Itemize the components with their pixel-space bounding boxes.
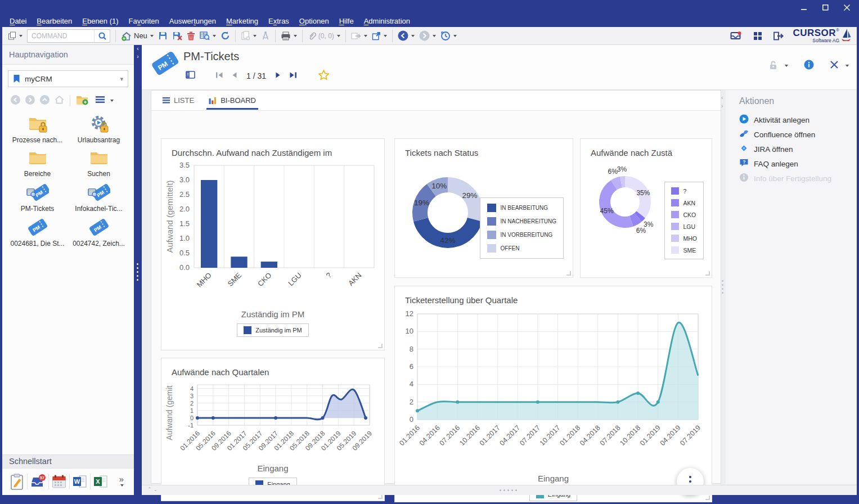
quickstart-word-button[interactable]: W	[70, 471, 90, 492]
new-folder-button[interactable]	[75, 94, 89, 107]
nav-item-bereiche[interactable]: Bereiche	[7, 148, 68, 179]
discard-changes-button[interactable]	[170, 30, 185, 42]
nav-home-button[interactable]	[54, 94, 65, 107]
nav-forward-button[interactable]	[25, 94, 35, 107]
nav-item-label: Bereiche	[24, 170, 51, 178]
tab-liste[interactable]: LISTE	[160, 91, 196, 111]
minimize-button[interactable]	[795, 1, 813, 14]
menu-item-extras[interactable]: Extras	[263, 16, 294, 26]
board-toggle-button[interactable]	[186, 71, 195, 81]
close-view-button[interactable]	[830, 60, 839, 71]
notifications-button[interactable]	[728, 30, 744, 42]
collapse-left-icon[interactable]: ‹›	[134, 45, 142, 61]
delete-button[interactable]	[185, 30, 197, 42]
svg-text:29%: 29%	[462, 191, 478, 200]
pagination-next-button[interactable]	[275, 71, 281, 81]
splitter-handle[interactable]	[500, 489, 517, 491]
quickstart-excel-button[interactable]: X	[91, 471, 111, 492]
history-button[interactable]	[438, 30, 459, 42]
legend-swatch	[487, 217, 496, 226]
nav-item-infokachel-tic[interactable]: PMInfokachel-Tic...	[68, 182, 129, 214]
nav-item-prozesse-nach[interactable]: Prozesse nach...	[7, 114, 68, 146]
command-input[interactable]	[28, 30, 94, 42]
chevron-down-icon	[19, 35, 23, 37]
quickstart-more-button[interactable]: »	[111, 471, 132, 492]
menu-item-hilfe[interactable]: Hilfe	[334, 16, 359, 26]
attachments-button[interactable]: (0, 0)	[305, 30, 343, 42]
nav-item-0024742-zeich[interactable]: PM0024742, Zeich...	[68, 217, 129, 249]
chevron-down-icon[interactable]	[845, 65, 849, 67]
legend-label: MHO	[683, 235, 698, 242]
sidebar-box: myCRM ▾ Prozesse nach...UrlaubsantragBer…	[2, 64, 134, 454]
forward-button[interactable]	[417, 29, 438, 42]
action-faq-anlegen[interactable]: ?FAQ anlegen	[726, 156, 857, 171]
legend-item: IN BEARBEITUNG	[487, 204, 556, 212]
menu-item-optionen[interactable]: Optionen	[294, 16, 334, 26]
action-jira-ffnen[interactable]: JIRA öffnen	[726, 142, 857, 156]
svg-text:6%: 6%	[608, 168, 618, 176]
pagination-prev-button[interactable]	[231, 71, 237, 81]
export-button[interactable]	[349, 30, 370, 42]
svg-text:10.2018: 10.2018	[618, 424, 642, 447]
page-title: PM-Tickets	[183, 50, 239, 63]
share-button[interactable]	[370, 30, 389, 42]
quickstart-inbox-button[interactable]: 57	[28, 471, 48, 492]
back-button[interactable]	[395, 29, 417, 42]
legend-swatch	[487, 231, 496, 239]
menu-item-bearbeiten[interactable]: Bearbeiten	[32, 16, 77, 26]
panel-splitter-handle[interactable]	[722, 280, 723, 294]
quickstart-calendar-button[interactable]	[49, 471, 69, 492]
splitter-handle[interactable]	[137, 263, 138, 281]
bookmark-icon	[13, 74, 20, 83]
table-search-button[interactable]	[197, 30, 218, 42]
nav-item-label: Prozesse nach...	[12, 136, 62, 144]
action-aktivit-t-anlegen[interactable]: Aktivität anlegen	[726, 112, 857, 127]
lock-button[interactable]	[769, 60, 778, 72]
workspace-select[interactable]: myCRM ▾	[8, 70, 128, 87]
search-button[interactable]	[94, 30, 110, 42]
tab-bi-board[interactable]: BI-BOARD	[206, 91, 258, 111]
bottom-splitter[interactable]: ⌃⌄	[142, 485, 857, 495]
relations-button[interactable]	[259, 30, 272, 42]
collapse-right-icon[interactable]: ‹›	[721, 93, 723, 110]
print-button[interactable]	[278, 30, 299, 42]
action-label: Info über Fertigstellung	[754, 174, 831, 183]
nav-item-0024681-die-st[interactable]: PM0024681, Die St...	[7, 217, 68, 249]
window-selector-button[interactable]	[6, 30, 25, 41]
refresh-button[interactable]	[218, 30, 232, 42]
action-confluence-ffnen[interactable]: Confluence öffnen	[726, 127, 857, 142]
menu-item-datei[interactable]: Datei	[5, 16, 32, 26]
menu-item-marketing[interactable]: Marketing	[221, 16, 263, 26]
menu-item-auswertungen[interactable]: Auswertungen	[164, 16, 221, 26]
separator	[235, 30, 236, 42]
close-window-button[interactable]	[838, 1, 856, 14]
copy-record-button[interactable]	[239, 30, 259, 42]
sidebar-splitter[interactable]: ‹›	[134, 45, 142, 495]
new-record-button[interactable]: Neu	[119, 30, 156, 42]
chart-legend: IN BEARBEITUNGIN NACHBEREITUNGIN VORBERE…	[480, 197, 564, 259]
pagination-first-button[interactable]	[215, 71, 223, 81]
nav-up-button[interactable]	[39, 94, 50, 107]
navigation-sidebar: Hauptnavigation myCRM ▾ Prozes	[2, 45, 134, 495]
svg-text:2.0: 2.0	[179, 205, 190, 213]
menu-item-favoriten[interactable]: Favoriten	[124, 16, 164, 26]
apps-button[interactable]	[751, 30, 764, 42]
save-button[interactable]	[156, 30, 170, 42]
brand-logo: CURSOR® Software AG	[793, 28, 853, 44]
nav-items: Prozesse nach...UrlaubsantragBereicheSuc…	[2, 112, 134, 251]
menu-item-ebenen-1-[interactable]: Ebenen (1)	[77, 16, 123, 26]
chevron-down-icon[interactable]	[785, 65, 788, 67]
quickstart-notes-button[interactable]	[7, 471, 27, 492]
nav-back-button[interactable]	[10, 94, 21, 107]
favorite-button[interactable]	[318, 70, 329, 82]
list-view-button[interactable]	[95, 96, 105, 106]
nav-item-suchen[interactable]: Suchen	[68, 148, 129, 179]
info-button[interactable]	[804, 60, 814, 72]
pagination-last-button[interactable]	[289, 71, 297, 81]
splitter-chevrons[interactable]: ⌃⌄	[147, 487, 159, 492]
nav-item-urlaubsantrag[interactable]: Urlaubsantrag	[68, 114, 129, 146]
nav-item-pm-tickets[interactable]: PMPM-Tickets	[7, 182, 68, 214]
logout-button[interactable]	[771, 30, 786, 42]
maximize-button[interactable]	[816, 1, 834, 14]
menu-item-administration[interactable]: Administration	[359, 16, 415, 26]
